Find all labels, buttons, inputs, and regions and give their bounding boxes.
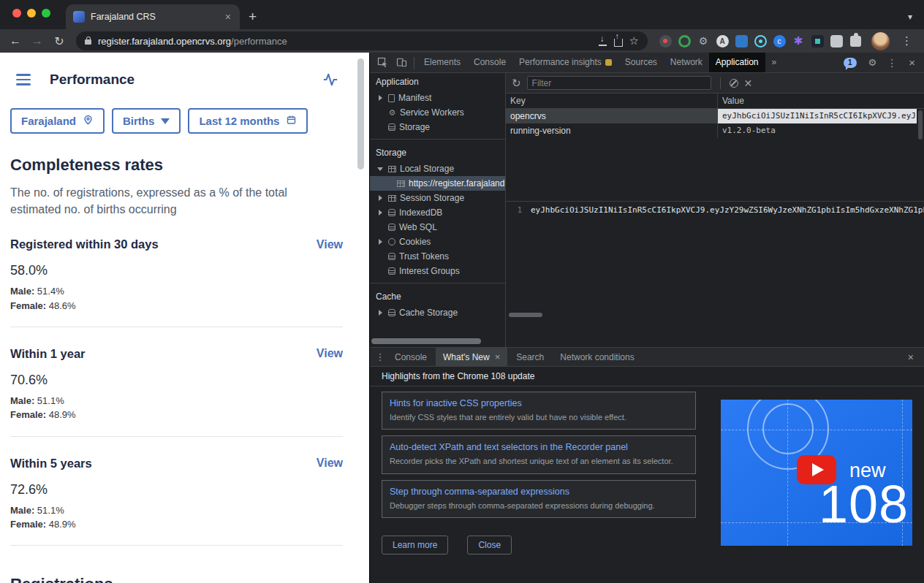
event-filter-label: Births xyxy=(123,115,154,127)
highlight-link[interactable]: Step through comma-separated expressions xyxy=(390,487,688,497)
devtools-settings-gear-icon[interactable]: ⚙ xyxy=(864,57,882,68)
new-tab-button[interactable]: + xyxy=(240,4,265,29)
highlight-link[interactable]: Hints for inactive CSS properties xyxy=(390,398,688,408)
browser-menu-icon[interactable]: ⋮ xyxy=(895,34,918,47)
storage-value[interactable]: v1.2.0-beta xyxy=(718,123,924,138)
storage-value[interactable]: eyJhbGciOiJSUzI1NiIsInR5cCI6IkpXVCJ9.eyJ… xyxy=(718,109,924,123)
collapsed-arrow-icon[interactable] xyxy=(379,310,382,316)
sidebar-item-web-sql[interactable]: Web SQL xyxy=(370,220,505,235)
extension-icon[interactable]: A xyxy=(715,34,730,48)
event-filter-button[interactable]: Births xyxy=(112,108,181,134)
download-icon[interactable] xyxy=(598,37,607,46)
extension-icon[interactable] xyxy=(677,34,692,48)
share-icon[interactable] xyxy=(614,39,623,47)
back-button[interactable]: ← xyxy=(6,34,25,47)
extension-icon[interactable]: c xyxy=(772,34,787,48)
collapsed-arrow-icon[interactable] xyxy=(379,239,382,245)
performance-pulse-icon[interactable] xyxy=(322,72,338,88)
sidebar-item-session-storage[interactable]: Session Storage xyxy=(370,191,505,205)
sidebar-item-cache-storage[interactable]: Cache Storage xyxy=(370,305,505,320)
storage-key[interactable]: running-version xyxy=(506,123,718,138)
address-bar[interactable]: register.farajaland.opencrvs.org/perform… xyxy=(76,31,648,50)
page-scrollbar[interactable] xyxy=(357,58,364,169)
drawer-tab-network-conditions[interactable]: Network conditions xyxy=(553,348,641,367)
collapsed-arrow-icon[interactable] xyxy=(379,195,382,201)
highlight-description: Recorder picks the XPath and shortest un… xyxy=(390,456,688,467)
sidebar-item-interest-groups[interactable]: Interest Groups xyxy=(370,264,505,278)
devtools-tab-console[interactable]: Console xyxy=(467,53,512,72)
storage-horizontal-scrollbar[interactable] xyxy=(506,310,924,319)
minimize-window-button[interactable] xyxy=(27,9,36,18)
sidebar-item-service-workers[interactable]: ⚙ Service Workers xyxy=(370,105,505,120)
profile-avatar[interactable] xyxy=(871,32,890,50)
metric-label: Within 5 years xyxy=(10,457,92,470)
registrations-heading: Registrations xyxy=(10,575,359,583)
forward-button[interactable]: → xyxy=(28,34,47,47)
devtools-menu-icon[interactable]: ⋮ xyxy=(882,57,901,69)
sidebar-horizontal-scrollbar[interactable] xyxy=(370,338,505,344)
sidebar-item-manifest[interactable]: Manifest xyxy=(370,91,505,105)
storage-row[interactable]: opencrvs eyJhbGciOiJSUzI1NiIsInR5cCI6Ikp… xyxy=(506,109,924,123)
devtools-tab-sources[interactable]: Sources xyxy=(618,53,664,72)
extension-icon[interactable] xyxy=(658,34,673,48)
inspect-icon[interactable] xyxy=(373,57,392,68)
collapsed-arrow-icon[interactable] xyxy=(379,95,382,101)
devtools-close-icon[interactable]: × xyxy=(903,56,921,69)
reload-button[interactable]: ↻ xyxy=(50,34,69,48)
issues-badge[interactable]: 1 xyxy=(844,58,857,68)
sidebar-item-local-storage[interactable]: Local Storage xyxy=(370,161,505,176)
filter-input[interactable] xyxy=(527,76,711,90)
drawer-tab-search[interactable]: Search xyxy=(509,348,551,367)
lock-icon[interactable] xyxy=(85,39,91,45)
whats-new-video-thumbnail[interactable]: new 108 xyxy=(721,400,912,546)
sidebar-item-local-storage-origin[interactable]: https://register.farajaland xyxy=(370,176,505,191)
storage-vertical-scrollbar[interactable] xyxy=(917,109,924,201)
delete-selected-icon[interactable]: ✕ xyxy=(744,77,753,89)
storage-row[interactable]: running-version v1.2.0-beta xyxy=(506,123,924,138)
learn-more-button[interactable]: Learn more xyxy=(382,536,448,555)
drawer-tab-console[interactable]: Console xyxy=(387,348,434,367)
expanded-arrow-icon[interactable] xyxy=(377,167,383,171)
bookmark-star-icon[interactable]: ☆ xyxy=(629,34,639,47)
content-area: Performance Farajaland Births Last 12 mo… xyxy=(0,53,924,583)
tab-close-icon[interactable]: × xyxy=(224,11,232,23)
extension-icon[interactable] xyxy=(829,34,844,48)
tab-search-chevron-icon[interactable]: ▾ xyxy=(896,4,924,29)
more-tabs-icon[interactable]: » xyxy=(765,53,784,72)
hamburger-menu-button[interactable] xyxy=(16,74,31,85)
close-button[interactable]: Close xyxy=(467,536,512,555)
whats-new-close-icon[interactable]: × xyxy=(495,348,501,367)
location-filter-button[interactable]: Farajaland xyxy=(10,108,105,134)
extension-icon[interactable]: ✱ xyxy=(791,34,806,48)
extension-icon[interactable] xyxy=(810,34,825,48)
extension-icon[interactable] xyxy=(753,34,768,48)
sidebar-item-indexeddb[interactable]: IndexedDB xyxy=(370,205,505,220)
devtools-tab-elements[interactable]: Elements xyxy=(417,53,467,72)
completeness-card: Within 5 years View 72.6% Male: 51.1% Fe… xyxy=(10,437,343,546)
refresh-icon[interactable]: ↻ xyxy=(512,77,521,90)
drawer-tab-whats-new[interactable]: What's New × xyxy=(436,348,507,367)
sidebar-item-cookies[interactable]: Cookies xyxy=(370,235,505,249)
sidebar-item-trust-tokens[interactable]: Trust Tokens xyxy=(370,249,505,264)
view-link[interactable]: View xyxy=(317,347,343,360)
close-window-button[interactable] xyxy=(12,9,21,18)
clear-all-icon[interactable] xyxy=(730,79,738,88)
browser-tab[interactable]: Farajaland CRS × xyxy=(66,4,240,29)
highlight-link[interactable]: Auto-detect XPath and text selectors in … xyxy=(390,442,688,452)
drawer-menu-icon[interactable]: ⋮ xyxy=(374,351,386,362)
collapsed-arrow-icon[interactable] xyxy=(379,210,382,216)
zoom-window-button[interactable] xyxy=(42,9,50,18)
device-toolbar-icon[interactable] xyxy=(392,57,411,68)
sidebar-item-storage[interactable]: Storage xyxy=(370,120,505,134)
devtools-tab-network[interactable]: Network xyxy=(664,53,709,72)
view-link[interactable]: View xyxy=(317,238,343,251)
extensions-puzzle-icon[interactable] xyxy=(848,34,863,48)
devtools-tab-application[interactable]: Application xyxy=(709,53,765,72)
storage-key[interactable]: opencrvs xyxy=(506,109,718,123)
extension-icon[interactable] xyxy=(734,34,749,48)
view-link[interactable]: View xyxy=(317,457,343,470)
extension-icon[interactable]: ⚙ xyxy=(696,34,711,48)
drawer-close-icon[interactable]: × xyxy=(902,351,920,363)
time-range-filter-button[interactable]: Last 12 months xyxy=(188,108,308,134)
devtools-tab-performance-insights[interactable]: Performance insights xyxy=(512,53,618,72)
